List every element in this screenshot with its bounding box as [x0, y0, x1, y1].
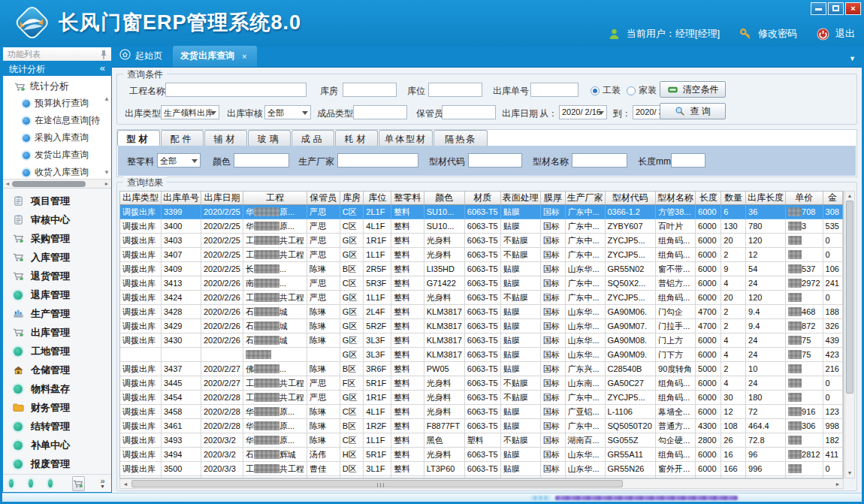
scrollbar-thumb[interactable] — [12, 181, 86, 187]
radio-work-clothes[interactable]: 工装 — [591, 84, 621, 97]
product-type-input[interactable] — [353, 105, 407, 119]
table-row[interactable]: 调拨出库33992020/2/25华原...严思C区2L1F整料SU10...6… — [120, 205, 843, 219]
column-header[interactable]: 出库长度 — [746, 192, 786, 205]
horizontal-scrollbar[interactable]: ◄ ► — [119, 478, 844, 489]
material-tab-隔热条[interactable]: 隔热条 — [434, 130, 488, 146]
table-row[interactable]: 调拨出库34292020/2/26石城陈琳G区5R2F整料KLM38176063… — [120, 319, 843, 333]
column-header[interactable]: 出库日期 — [201, 192, 243, 205]
location-input[interactable] — [428, 83, 482, 97]
tab-close-icon[interactable]: × — [242, 52, 246, 61]
material-tab-耗材[interactable]: 耗材 — [335, 130, 378, 146]
column-header[interactable]: 长度 — [696, 192, 721, 205]
sidebar-item-财务管理[interactable]: 财务管理 — [3, 398, 111, 417]
sidebar-item-项目管理[interactable]: 项目管理 — [3, 192, 111, 210]
dot-icon[interactable] — [29, 479, 33, 487]
scroll-left-icon[interactable]: ◄ — [3, 181, 12, 186]
audit-select[interactable]: 全部 — [264, 105, 311, 119]
sidebar-item-仓储管理[interactable]: 仓储管理 — [3, 361, 111, 379]
scroll-left-icon[interactable]: ◄ — [120, 481, 131, 487]
sidebar-item-结转管理[interactable]: 结转管理 — [3, 417, 111, 436]
sidebar-item-工地管理[interactable]: 工地管理 — [3, 342, 111, 361]
table-row[interactable]: 调拨出库34132020/2/26南...严思C区5R3F整料G71422606… — [120, 276, 843, 291]
maximize-button[interactable] — [828, 2, 844, 15]
keeper-input[interactable] — [442, 105, 496, 119]
column-header[interactable]: 颜色 — [424, 192, 464, 205]
minimize-button[interactable] — [811, 2, 826, 15]
sidebar-item-报废管理[interactable]: 报废管理 — [3, 454, 111, 473]
whole-part-select[interactable]: 全部 — [157, 153, 201, 167]
sidebar-item-生产管理[interactable]: 生产管理 — [3, 304, 111, 323]
project-name-input[interactable] — [165, 83, 307, 97]
radio-home-decoration[interactable]: 家装 — [627, 84, 657, 97]
tree-item[interactable]: 预算执行查询 — [3, 95, 111, 112]
table-row[interactable]: 调拨出库35002020/3/3工共工程曹佳D区3L1F整料LT3P606063… — [120, 462, 843, 476]
scroll-right-icon[interactable]: ► — [832, 481, 843, 487]
column-header[interactable]: 膜厚 — [540, 192, 565, 205]
column-header[interactable]: 数量 — [721, 192, 746, 205]
profile-code-input[interactable] — [468, 153, 522, 167]
column-header[interactable]: 型材代码 — [605, 192, 656, 205]
table-row[interactable]: 调拨出库34372020/2/27佛...陈琳B区3R6F整料PW056063-… — [120, 362, 843, 376]
material-tab-型材[interactable]: 型材 — [117, 130, 160, 146]
table-row[interactable]: 调拨出库34932020/3/2华原...陈琳C区1L1F整料黑色塑料不贴膜国标… — [120, 433, 843, 448]
more-icon[interactable]: » — [100, 478, 104, 484]
tab-home[interactable]: 起始页 — [112, 45, 173, 67]
change-password-link[interactable]: 修改密码 — [758, 27, 797, 41]
material-tab-配件[interactable]: 配件 — [161, 130, 204, 146]
table-row[interactable]: G区3L3F整料KLM38176063-T5贴膜国标山东华...GA90M09.… — [120, 348, 843, 362]
tab-active[interactable]: 发货出库查询 × — [173, 46, 257, 67]
table-row[interactable]: 调拨出库34542020/2/28工共工程严思G区1R1F整料光身料6063-T… — [120, 391, 843, 405]
logout-link[interactable]: 退出 — [835, 27, 855, 41]
tree-horizontal-scrollbar[interactable]: ◄ ► — [3, 179, 111, 188]
length-input[interactable] — [671, 153, 705, 167]
material-tab-单体型材[interactable]: 单体型材 — [379, 130, 433, 146]
column-header[interactable]: 型材名称 — [656, 192, 696, 205]
dot-icon[interactable] — [48, 479, 53, 487]
sidebar-section-header[interactable]: 统计分析 « — [3, 61, 111, 76]
tabstrip-caret-icon[interactable]: ▼ — [849, 55, 856, 62]
scroll-right-icon[interactable]: ► — [102, 181, 111, 186]
out-type-select[interactable]: 生产领料出库 — [161, 105, 219, 119]
caret-down-icon[interactable]: ▼ — [100, 484, 105, 490]
tree-item[interactable]: 采购入库查询 — [3, 129, 111, 146]
close-button[interactable]: × — [845, 2, 861, 15]
table-row[interactable]: 调拨出库34282020/2/26石城陈琳G区2L4F整料KLM38176063… — [120, 305, 843, 319]
search-button[interactable]: 查 询 — [660, 103, 726, 119]
column-header[interactable]: 保管员 — [307, 192, 340, 205]
tree-item[interactable]: 发货出库查询 — [3, 146, 111, 164]
sidebar-item-补单中心[interactable]: 补单中心 — [3, 436, 111, 454]
sidebar-item-入库管理[interactable]: 入库管理 — [3, 248, 111, 267]
column-header[interactable]: 表面处理 — [500, 192, 540, 205]
cart-button[interactable] — [72, 476, 85, 491]
column-header[interactable]: 金 — [823, 192, 842, 205]
sidebar-item-采购管理[interactable]: 采购管理 — [3, 229, 111, 248]
manufacturer-input[interactable] — [337, 153, 418, 167]
table-row[interactable]: 调拨出库34302020/2/26石城陈琳G区3L3F整料KLM38176063… — [120, 333, 843, 348]
tree-item[interactable]: 在途信息查询[待 — [3, 112, 111, 129]
material-tab-成品[interactable]: 成品 — [292, 130, 334, 146]
sidebar-item-审核中心[interactable]: 审核中心 — [3, 210, 111, 229]
scroll-down-icon[interactable]: ▼ — [847, 469, 853, 478]
table-row[interactable]: 调拨出库34612020/2/28华原...陈琳B区1R2F整料F8877FT6… — [120, 419, 843, 433]
scrollbar-thumb[interactable] — [846, 201, 853, 394]
column-header[interactable]: 工程 — [243, 192, 307, 205]
table-row[interactable]: 调拨出库34942020/3/2石辉城汤伟H区5R1F整料光身料6063-T5贴… — [120, 448, 843, 462]
tree-root[interactable]: 统计分析 — [3, 76, 111, 95]
order-no-input[interactable] — [530, 83, 579, 97]
scrollbar-thumb[interactable] — [131, 480, 623, 487]
sidebar-item-退货管理[interactable]: 退货管理 — [3, 267, 111, 285]
tree-scroll-up-icon[interactable]: ▲ — [104, 95, 110, 102]
sidebar-item-退库管理[interactable]: 退库管理 — [3, 285, 111, 304]
column-header[interactable]: 整零料 — [391, 192, 424, 205]
table-row[interactable]: 调拨出库34242020/2/26工共工程严思G区1L1F整料光身料6063-T… — [120, 291, 843, 305]
table-row[interactable]: 调拨出库34092020/2/25长...陈琳B区2R5F整料LI35HD606… — [120, 262, 843, 276]
material-tab-玻璃[interactable]: 玻璃 — [248, 130, 291, 146]
warehouse-input[interactable] — [343, 83, 397, 97]
sidebar-item-物料盘存[interactable]: 物料盘存 — [3, 379, 111, 398]
table-row[interactable]: 调拨出库34002020/2/25华原...严思C区4L1F整料SU10...6… — [120, 219, 843, 234]
material-tab-辅材[interactable]: 辅材 — [204, 130, 247, 146]
color-input[interactable] — [234, 153, 289, 167]
profile-name-input[interactable] — [572, 153, 627, 167]
pin-icon[interactable] — [100, 50, 107, 59]
column-header[interactable]: 单价 — [786, 192, 823, 205]
